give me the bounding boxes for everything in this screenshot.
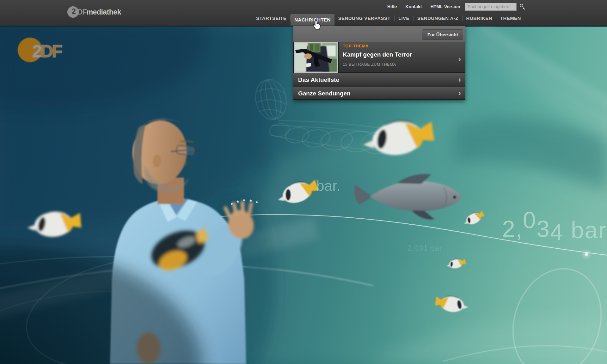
nav-item-live[interactable]: LIVE <box>395 11 413 26</box>
faint-reading-label: 2,031 bar <box>407 243 442 253</box>
menu-item-das-aktuellste[interactable]: Das Aktuellste › <box>293 73 465 87</box>
utility-link-kontakt[interactable]: Kontakt <box>405 4 422 9</box>
logo-text-mediathek: mediathek <box>87 8 121 16</box>
zdfmediathek-logo[interactable]: 2 DF mediathek <box>67 6 121 18</box>
chevron-right-icon: › <box>458 89 461 97</box>
utility-separator <box>401 4 401 9</box>
nav-item-sendungen-a-z[interactable]: SENDUNGEN A-Z <box>414 11 462 26</box>
search-icon <box>520 4 523 7</box>
thumbnail-soldier-image <box>295 43 337 72</box>
top-thema-thumbnail <box>293 42 339 73</box>
menu-item-ganze-sendungen[interactable]: Ganze Sendungen › <box>293 87 465 100</box>
menu-item-label: Ganze Sendungen <box>298 87 351 100</box>
nav-item-startseite[interactable]: STARTSEITE <box>252 11 290 26</box>
nav-item-themen[interactable]: THEMEN <box>496 11 525 26</box>
overview-button[interactable]: Zur Übersicht <box>422 29 463 40</box>
site-header: 2 DF mediathek Hilfe Kontakt HTML-Versio… <box>0 0 607 26</box>
bar-small-label: bar. <box>316 178 340 194</box>
chevron-right-icon: › <box>458 56 461 63</box>
logo-text-df: DF <box>77 8 87 16</box>
utility-link-hilfe[interactable]: Hilfe <box>387 4 397 9</box>
zdf-mediathek-page: 2DF <box>0 0 607 364</box>
top-thema-row[interactable]: TOP-THEMA Kampf gegen den Terror 15 BEIT… <box>293 42 465 73</box>
sparkle-halo <box>582 250 591 258</box>
menu-item-label: Das Aktuellste <box>298 73 339 87</box>
top-thema-kicker: TOP-THEMA <box>343 44 453 48</box>
search-input[interactable] <box>465 3 517 11</box>
cursor-hand-icon <box>312 20 322 32</box>
search-icon-handle <box>523 7 525 9</box>
chevron-right-icon: › <box>458 76 461 83</box>
search-button[interactable] <box>518 3 527 11</box>
top-thema-text: TOP-THEMA Kampf gegen den Terror 15 BEIT… <box>343 44 453 67</box>
nav-item-rubriken[interactable]: RUBRIKEN <box>463 11 496 26</box>
top-thema-meta: 15 BEITRÄGE ZUM THEMA <box>343 62 453 67</box>
main-navigation: STARTSEITE NACHRICHTEN SENDUNG VERPASST … <box>252 11 525 26</box>
logo-text-2: 2 <box>72 7 76 16</box>
nachrichten-dropdown-menu: Zur Übersicht <box>293 26 465 100</box>
utility-bar: Hilfe Kontakt HTML-Version <box>387 3 527 11</box>
logo-ball-icon: 2 <box>67 6 79 18</box>
nav-item-sendung-verpasst[interactable]: SENDUNG VERPASST <box>334 11 394 26</box>
utility-separator <box>426 4 426 9</box>
utility-link-html-version[interactable]: HTML-Version <box>430 4 460 9</box>
top-thema-title[interactable]: Kampf gegen den Terror <box>343 51 453 58</box>
